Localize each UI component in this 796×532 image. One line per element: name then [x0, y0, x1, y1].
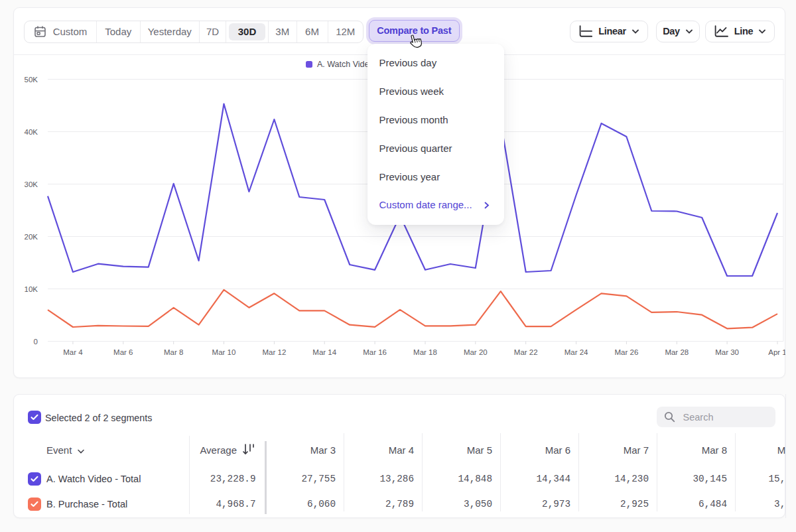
- svg-text:Mar 6: Mar 6: [113, 348, 133, 356]
- svg-text:0: 0: [34, 338, 38, 346]
- svg-text:Apr 1: Apr 1: [768, 348, 785, 356]
- svg-text:Mar 24: Mar 24: [564, 348, 588, 356]
- svg-text:Mar 10: Mar 10: [212, 348, 236, 356]
- svg-text:Mar 8: Mar 8: [164, 348, 183, 356]
- svg-text:Mar 22: Mar 22: [514, 348, 538, 356]
- svg-text:Mar 26: Mar 26: [615, 348, 639, 356]
- svg-text:Mar 4: Mar 4: [63, 348, 83, 356]
- svg-text:Mar 20: Mar 20: [464, 348, 488, 356]
- svg-text:50K: 50K: [25, 76, 38, 84]
- svg-text:Mar 14: Mar 14: [312, 348, 336, 356]
- svg-text:Mar 18: Mar 18: [413, 348, 437, 356]
- svg-text:Mar 16: Mar 16: [363, 348, 387, 356]
- svg-text:Mar 28: Mar 28: [665, 348, 689, 356]
- svg-text:Mar 30: Mar 30: [715, 348, 739, 356]
- svg-text:30K: 30K: [25, 180, 38, 188]
- svg-text:10K: 10K: [25, 285, 38, 293]
- svg-text:40K: 40K: [25, 128, 38, 136]
- svg-text:20K: 20K: [25, 233, 38, 241]
- svg-text:Mar 12: Mar 12: [263, 348, 287, 356]
